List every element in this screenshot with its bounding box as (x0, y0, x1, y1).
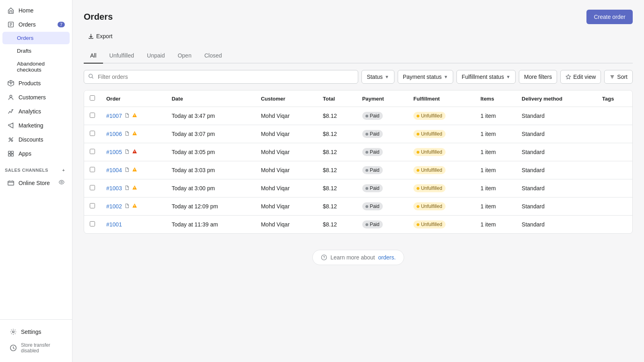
total-column-header: Total (317, 90, 357, 107)
sidebar-item-discounts[interactable]: Discounts (2, 133, 70, 146)
add-sales-channel-button[interactable]: + (60, 167, 67, 174)
order-date-cell: Today at 3:07 pm (166, 125, 255, 143)
table-row[interactable]: #1001Today at 11:39 amMohd Viqar$8.12Pai… (84, 216, 632, 234)
analytics-icon (7, 108, 14, 115)
sidebar-item-orders-sub[interactable]: Orders (2, 32, 70, 44)
order-link[interactable]: #1006 (106, 131, 122, 137)
sidebar-store-transfer-label: Store transfer disabled (21, 342, 62, 354)
page-title: Orders (84, 12, 113, 22)
sidebar-discounts-label: Discounts (19, 136, 43, 143)
export-button[interactable]: Export (84, 31, 116, 42)
row-checkbox[interactable] (90, 221, 95, 226)
footer-orders-link[interactable]: orders. (378, 254, 396, 261)
online-store-visibility-icon[interactable] (58, 179, 65, 187)
row-checkbox[interactable] (90, 167, 95, 172)
row-checkbox[interactable] (90, 149, 95, 154)
order-link[interactable]: #1007 (106, 113, 122, 119)
footer-learn-more-text: Learn more about (330, 254, 375, 261)
sort-button[interactable]: Sort (604, 70, 633, 84)
order-total-cell: $8.12 (317, 179, 357, 197)
order-payment-cell: Paid (357, 179, 408, 197)
order-link[interactable]: #1005 (106, 149, 122, 155)
order-payment-cell: Paid (357, 143, 408, 161)
tab-all[interactable]: All (84, 48, 103, 64)
sidebar-item-orders[interactable]: Orders 7 (2, 18, 70, 31)
table-row[interactable]: #1005Today at 3:05 pmMohd Viqar$8.12Paid… (84, 143, 632, 161)
sales-channels-header: SALES CHANNELS + (0, 161, 72, 175)
table-row[interactable]: #1003Today at 3:00 pmMohd Viqar$8.12Paid… (84, 179, 632, 197)
status-filter-button[interactable]: Status ▼ (361, 70, 394, 84)
tab-unpaid[interactable]: Unpaid (140, 48, 171, 64)
order-fulfillment-cell: Unfulfilled (408, 125, 475, 143)
sidebar-bottom: Settings Store transfer disabled (0, 319, 72, 362)
document-icon (124, 203, 130, 210)
sidebar-item-online-store[interactable]: Online Store (2, 176, 70, 190)
table-row[interactable]: #1007Today at 3:47 pmMohd Viqar$8.12Paid… (84, 107, 632, 125)
help-icon (321, 254, 327, 261)
export-icon (88, 33, 94, 39)
document-icon (124, 167, 130, 173)
document-icon (124, 131, 130, 137)
fulfillment-status-chevron-icon: ▼ (506, 74, 510, 79)
order-fulfillment-cell: Unfulfilled (408, 197, 475, 216)
table-row[interactable]: #1006Today at 3:07 pmMohd Viqar$8.12Paid… (84, 125, 632, 143)
order-date-cell: Today at 11:39 am (166, 216, 255, 234)
sidebar-item-customers[interactable]: Customers (2, 90, 70, 104)
create-order-button[interactable]: Create order (586, 10, 633, 24)
orders-icon (7, 21, 14, 28)
order-link[interactable]: #1002 (106, 203, 122, 210)
sidebar-abandoned-label: Abandoned checkouts (17, 61, 65, 73)
order-tags-cell (597, 161, 632, 179)
order-delivery-cell: Standard (516, 107, 597, 125)
order-link[interactable]: #1004 (106, 167, 122, 173)
order-tags-cell (597, 179, 632, 197)
warning-icon (132, 167, 137, 173)
row-checkbox[interactable] (90, 131, 95, 136)
row-checkbox[interactable] (90, 185, 95, 190)
unfulfilled-dot (417, 187, 419, 190)
sidebar-item-apps[interactable]: Apps (2, 147, 70, 160)
table-row[interactable]: #1002Today at 12:09 pmMohd Viqar$8.12Pai… (84, 197, 632, 216)
edit-view-button[interactable]: Edit view (560, 70, 601, 84)
search-input[interactable] (84, 70, 358, 84)
payment-status-label: Payment status (403, 74, 442, 80)
order-link[interactable]: #1001 (106, 221, 122, 228)
tab-closed[interactable]: Closed (198, 48, 229, 64)
fulfillment-status-filter-button[interactable]: Fulfillment status ▼ (456, 70, 516, 84)
sidebar-home-label: Home (19, 7, 33, 14)
sales-channels-label: SALES CHANNELS (5, 168, 48, 173)
order-items-cell: 1 item (475, 197, 516, 216)
discounts-icon (7, 136, 14, 143)
sidebar-item-drafts[interactable]: Drafts (2, 45, 70, 57)
payment-status-filter-button[interactable]: Payment status ▼ (398, 70, 453, 84)
payment-badge: Paid (362, 148, 383, 156)
orders-table-wrap: Order Date Customer Total Payment Fulfil… (84, 90, 633, 234)
sidebar-analytics-label: Analytics (19, 108, 41, 115)
sidebar-item-marketing[interactable]: Marketing (2, 119, 70, 132)
order-link[interactable]: #1003 (106, 185, 122, 191)
table-row[interactable]: #1004Today at 3:03 pmMohd Viqar$8.12Paid… (84, 161, 632, 179)
sidebar-item-analytics[interactable]: Analytics (2, 105, 70, 118)
document-icon (124, 113, 130, 119)
tab-open[interactable]: Open (171, 48, 198, 64)
order-fulfillment-cell: Unfulfilled (408, 179, 475, 197)
select-all-checkbox[interactable] (90, 95, 95, 101)
unfulfilled-dot (417, 151, 419, 154)
sidebar-item-products[interactable]: Products (2, 76, 70, 90)
paid-dot (365, 187, 368, 190)
order-tags-cell (597, 216, 632, 234)
sidebar-item-settings[interactable]: Settings (5, 325, 67, 339)
sidebar-item-home[interactable]: Home (2, 4, 70, 17)
more-filters-button[interactable]: More filters (519, 70, 557, 84)
payment-column-header: Payment (357, 90, 408, 107)
payment-badge: Paid (362, 130, 383, 138)
svg-rect-4 (8, 151, 10, 153)
sidebar-item-abandoned[interactable]: Abandoned checkouts (2, 58, 70, 76)
row-checkbox[interactable] (90, 113, 95, 118)
warning-icon (132, 185, 137, 191)
row-checkbox[interactable] (90, 203, 95, 208)
sidebar-apps-label: Apps (19, 150, 31, 157)
row-checkbox-cell (84, 161, 101, 179)
sidebar-item-store-transfer[interactable]: Store transfer disabled (5, 339, 67, 357)
tab-unfulfilled[interactable]: Unfulfilled (103, 48, 140, 64)
